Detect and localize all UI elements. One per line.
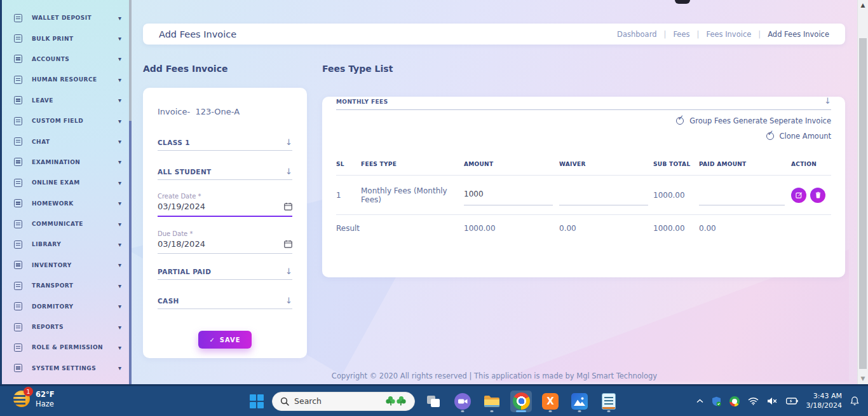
photos-button[interactable] [569, 391, 590, 412]
idm-icon[interactable] [729, 396, 740, 406]
edit-icon [796, 191, 803, 198]
volume-muted-icon[interactable] [767, 397, 778, 405]
chrome-icon [513, 392, 530, 410]
battery-charging-icon[interactable] [786, 398, 798, 405]
waiver-input[interactable] [559, 184, 648, 205]
start-button[interactable] [248, 393, 264, 409]
tray-chevron-up-icon[interactable] [696, 399, 703, 403]
chevron-down-icon: ▾ [118, 221, 121, 228]
notification-bell-icon[interactable] [850, 396, 859, 406]
result-label: Result [336, 224, 464, 233]
chevron-down-icon: ▾ [118, 179, 121, 186]
payment-method-select[interactable]: CASH ↓ [158, 296, 292, 309]
scrollbar-thumb[interactable] [859, 38, 867, 369]
sidebar-item-accounts[interactable]: ACCOUNTS▾ [2, 49, 132, 69]
search-input[interactable] [294, 396, 361, 406]
breadcrumb-fees-invoice[interactable]: Fees Invoice [706, 30, 751, 39]
due-date-calendar-icon[interactable] [284, 240, 292, 248]
class-select[interactable]: CLASS 1 ↓ [158, 138, 292, 151]
page-scrollbar[interactable]: ▲ ▼ [857, 0, 868, 384]
chevron-down-icon: ▾ [118, 158, 121, 165]
sidebar-item-label: HUMAN RESOURCE [32, 76, 118, 83]
weather-haze-icon: 1 [13, 391, 30, 407]
breadcrumb-separator: | [758, 30, 761, 39]
chevron-down-icon: ▾ [118, 282, 121, 289]
fees-table-header: SL FEES TYPE AMOUNT WAIVER SUB TOTAL PAI… [336, 161, 831, 176]
delete-row-button[interactable] [810, 188, 825, 203]
partial-paid-select[interactable]: PARTIAL PAID ↓ [158, 267, 292, 280]
accounts-icon [14, 55, 22, 63]
sidebar-item-wallet-deposit[interactable]: WALLET DEPOSIT▾ [2, 8, 132, 28]
xampp-button[interactable]: X [539, 391, 561, 412]
chevron-down-icon: ▾ [118, 200, 121, 207]
sidebar-item-label: ONLINE EXAM [32, 179, 118, 186]
weather-temp: 62°F [36, 390, 55, 399]
transport-icon [14, 282, 22, 290]
sidebar-item-library[interactable]: LIBRARY▾ [2, 234, 132, 254]
sidebar-item-reports[interactable]: REPORTS▾ [2, 317, 132, 337]
paid-amount-input[interactable] [699, 184, 785, 205]
sidebar-item-transport[interactable]: TRANSPORT▾ [2, 275, 132, 296]
fees-type-card: MONTHLY FEES ↓ ✓ Group Fees Generate Sep… [322, 97, 845, 277]
sidebar-item-label: INVENTORY [32, 262, 118, 268]
reports-icon [14, 323, 22, 331]
sidebar-item-label: CHAT [32, 139, 118, 145]
clone-amount-option-label: Clone Amount [780, 132, 831, 141]
sidebar-item-examination[interactable]: EXAMINATION▾ [2, 152, 132, 172]
clone-amount-option[interactable]: ✓ Clone Amount [336, 132, 831, 141]
sidebar-item-homework[interactable]: HOMEWORK▾ [2, 193, 132, 214]
weather-widget[interactable]: 1 62°F Haze [13, 390, 55, 408]
content-columns: Add Fees Invoice Invoice- 123-One-A CLAS… [143, 64, 845, 384]
taskbar-search[interactable] [272, 392, 415, 411]
partial-header-icon [675, 0, 690, 4]
form-section-title: Add Fees Invoice [143, 64, 307, 74]
chat-app-button[interactable] [452, 391, 473, 412]
sidebar-item-label: BULK PRINT [32, 36, 118, 42]
trash-icon [815, 191, 822, 198]
fees-type-list-column: Fees Type List MONTHLY FEES ↓ ✓ Group Fe… [322, 64, 845, 277]
breadcrumb-fees[interactable]: Fees [673, 30, 689, 39]
file-explorer-button[interactable] [481, 391, 503, 412]
taskbar-clock[interactable]: 3:43 AM 3/18/2024 [806, 392, 842, 411]
save-button[interactable]: ✓ SAVE [198, 331, 251, 349]
select-arrow-icon: ↓ [285, 167, 292, 176]
sidebar-item-chat[interactable]: CHAT▾ [2, 131, 132, 151]
amount-input[interactable] [464, 184, 553, 205]
row-fees-type: Monthly Fees (Monthly Fees) [361, 186, 464, 204]
sidebar-item-dormitory[interactable]: DORMITORY▾ [2, 296, 132, 316]
chevron-down-icon: ▾ [118, 97, 121, 104]
fees-type-select[interactable]: MONTHLY FEES ↓ [336, 97, 831, 110]
page-header-card: Add Fees Invoice Dashboard | Fees | Fees… [143, 24, 845, 45]
sidebar-item-bulk-print[interactable]: BULK PRINT▾ [2, 28, 132, 48]
scrollbar-down-arrow[interactable]: ▼ [858, 375, 868, 382]
edit-row-button[interactable] [791, 188, 806, 203]
due-date-input[interactable] [158, 239, 227, 249]
sidebar-item-online-exam[interactable]: ONLINE EXAM▾ [2, 172, 132, 193]
wifi-icon[interactable] [748, 397, 759, 405]
breadcrumb-dashboard[interactable]: Dashboard [617, 30, 656, 39]
chevron-down-icon: ▾ [118, 324, 121, 331]
invoice-form-card: Invoice- 123-One-A CLASS 1 ↓ ALL STUDENT… [143, 88, 307, 358]
sidebar-item-human-resource[interactable]: HUMAN RESOURCE▾ [2, 69, 132, 90]
scrollbar-up-arrow[interactable]: ▲ [858, 2, 868, 8]
student-select[interactable]: ALL STUDENT ↓ [158, 167, 292, 180]
sidebar-item-inventory[interactable]: INVENTORY▾ [2, 255, 132, 275]
sidebar-item-communicate[interactable]: COMMUNICATE▾ [2, 214, 132, 234]
human-resource-icon [14, 76, 22, 84]
task-view-button[interactable] [423, 391, 444, 412]
sidebar-item-leave[interactable]: LEAVE▾ [2, 90, 132, 111]
chrome-button[interactable] [510, 391, 532, 412]
add-fees-invoice-column: Add Fees Invoice Invoice- 123-One-A CLAS… [143, 64, 307, 358]
video-chat-icon [454, 393, 471, 410]
page-title: Add Fees Invoice [159, 29, 236, 39]
sidebar: WALLET DEPOSIT▾ BULK PRINT▾ ACCOUNTS▾ HU… [2, 0, 132, 384]
sidebar-item-system-settings[interactable]: SYSTEM SETTINGS▾ [2, 358, 132, 378]
notepad-button[interactable] [598, 391, 620, 412]
sidebar-item-role-permission[interactable]: ROLE & PERMISSION▾ [2, 337, 132, 357]
sidebar-item-label: TRANSPORT [32, 282, 118, 289]
create-date-input[interactable] [158, 202, 227, 211]
group-fees-option[interactable]: ✓ Group Fees Generate Seperate Invoice [336, 116, 831, 125]
sidebar-item-custom-field[interactable]: CUSTOM FIELD▾ [2, 111, 132, 131]
create-date-calendar-icon[interactable] [284, 202, 292, 211]
windows-security-icon[interactable] [712, 396, 721, 406]
